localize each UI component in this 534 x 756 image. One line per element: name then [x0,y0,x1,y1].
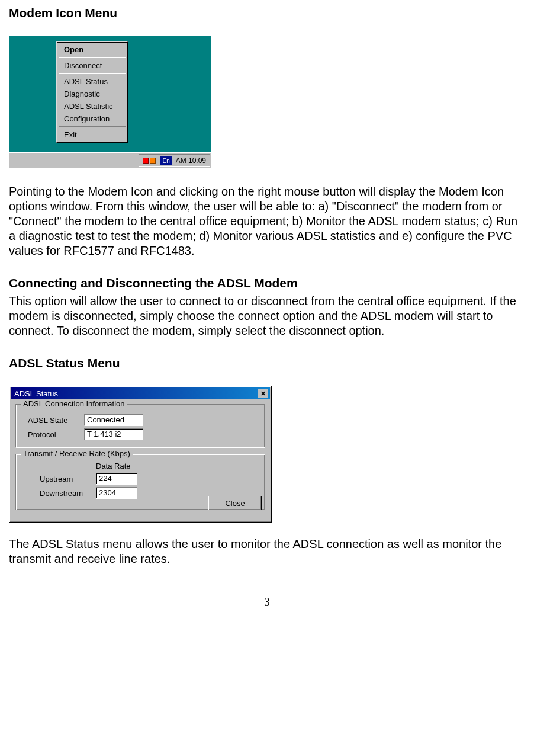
modem-context-menu: Open Disconnect ADSL Status Diagnostic A… [56,41,128,143]
label-upstream: Upstream [28,475,96,483]
menu-separator [59,57,126,58]
menu-separator [59,73,126,74]
paragraph-modem-icon-desc: Pointing to the Modem Icon and clicking … [9,184,525,258]
menu-item-open[interactable]: Open [58,43,126,56]
group-connection-info: ADSL Connection Information ADSL State C… [15,404,265,448]
field-protocol: T 1.413 i2 [84,428,143,440]
menu-item-exit[interactable]: Exit [58,129,126,141]
field-upstream: 224 [96,473,137,485]
menu-item-configuration[interactable]: Configuration [58,113,126,125]
menu-item-adsl-status[interactable]: ADSL Status [58,75,126,88]
heading-connecting-disconnecting: Connecting and Disconnecting the ADSL Mo… [9,276,525,290]
heading-adsl-status-menu: ADSL Status Menu [9,356,525,370]
tray-modem-icon[interactable] [143,158,149,164]
column-header-data-rate: Data Rate [96,462,259,470]
menu-item-diagnostic[interactable]: Diagnostic [58,88,126,100]
group-rate-title: Transmit / Receive Rate (Kbps) [21,449,133,458]
group-connection-title: ADSL Connection Information [21,399,127,408]
system-tray: En AM 10:09 [139,154,210,167]
menu-separator [59,126,126,127]
dialog-title: ADSL Status [14,389,258,398]
menu-item-disconnect[interactable]: Disconnect [58,59,126,72]
taskbar: En AM 10:09 [9,152,211,168]
field-downstream: 2304 [96,487,137,499]
label-protocol: Protocol [28,430,84,439]
clock: AM 10:09 [176,156,206,165]
heading-modem-icon-menu: Modem Icon Menu [9,6,525,20]
adsl-status-dialog: ADSL Status ✕ ADSL Connection Informatio… [9,386,272,523]
label-downstream: Downstream [28,489,96,498]
tray-ftp-icon[interactable] [150,158,156,164]
paragraph-adsl-status-desc: The ADSL Status menu allows the user to … [9,537,525,566]
page-number: 3 [9,596,525,608]
label-adsl-state: ADSL State [28,416,84,425]
close-icon[interactable]: ✕ [258,389,268,398]
menu-item-adsl-statistic[interactable]: ADSL Statistic [58,100,126,113]
screenshot-context-menu: Open Disconnect ADSL Status Diagnostic A… [9,36,211,168]
paragraph-connect-desc: This option will allow the user to conne… [9,294,525,338]
language-indicator[interactable]: En [160,156,172,165]
dialog-titlebar: ADSL Status ✕ [11,387,270,399]
close-button[interactable]: Close [208,496,262,510]
field-adsl-state: Connected [84,414,143,426]
